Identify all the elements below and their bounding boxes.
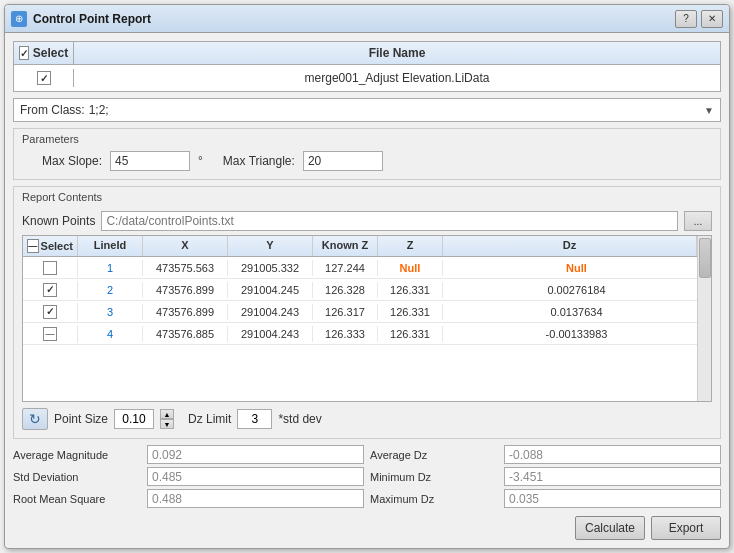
table-row: 4 473576.885 291004.243 126.333 126.331 … xyxy=(23,323,711,345)
col-header-z: Z xyxy=(378,236,443,256)
row3-dz: 0.0137634 xyxy=(443,304,711,320)
scrollbar[interactable] xyxy=(697,236,711,401)
params-row: Max Slope: ° Max Triangle: xyxy=(22,149,712,173)
row4-y: 291004.243 xyxy=(228,326,313,342)
min-dz-label: Minimum Dz xyxy=(370,471,500,483)
table-row: 1 473575.563 291005.332 127.244 Null Nul… xyxy=(23,257,711,279)
file-table: Select File Name merge001_Adjust Elevati… xyxy=(13,41,721,92)
select-all-checkbox[interactable] xyxy=(19,46,29,60)
table-row: 2 473576.899 291004.245 126.328 126.331 … xyxy=(23,279,711,301)
spinner-up[interactable]: ▲ xyxy=(160,409,174,419)
std-deviation-input xyxy=(147,467,364,486)
avg-magnitude-row: Average Magnitude xyxy=(13,445,364,464)
file-name-cell: merge001_Adjust Elevation.LiData xyxy=(74,69,720,87)
row3-x: 473576.899 xyxy=(143,304,228,320)
row4-z: 126.331 xyxy=(378,326,443,342)
avg-dz-label: Average Dz xyxy=(370,449,500,461)
col-filename-label: File Name xyxy=(74,42,720,64)
avg-magnitude-input xyxy=(147,445,364,464)
max-triangle-label: Max Triangle: xyxy=(223,154,295,168)
max-slope-unit: ° xyxy=(198,154,203,168)
from-class-dropdown-arrow[interactable]: ▼ xyxy=(704,105,714,116)
bottom-controls: ↻ Point Size ▲ ▼ Dz Limit *std dev xyxy=(22,406,712,432)
row1-lineid: 1 xyxy=(78,260,143,276)
row2-x: 473576.899 xyxy=(143,282,228,298)
max-triangle-input[interactable] xyxy=(303,151,383,171)
main-window: ⊕ Control Point Report ? ✕ Select File N… xyxy=(4,4,730,549)
max-dz-input xyxy=(504,489,721,508)
dz-limit-label: Dz Limit xyxy=(188,412,231,426)
row1-z: Null xyxy=(378,260,443,276)
col-header-select: Select xyxy=(23,236,78,256)
point-size-spinner[interactable]: ▲ ▼ xyxy=(160,409,174,429)
dz-limit-input[interactable] xyxy=(237,409,272,429)
std-dev-label: *std dev xyxy=(278,412,321,426)
row4-select[interactable] xyxy=(23,325,78,343)
min-dz-input xyxy=(504,467,721,486)
col-header-x: X xyxy=(143,236,228,256)
rms-row: Root Mean Square xyxy=(13,489,364,508)
row2-lineid: 2 xyxy=(78,282,143,298)
row2-select[interactable] xyxy=(23,281,78,299)
app-icon: ⊕ xyxy=(11,11,27,27)
parameters-title: Parameters xyxy=(22,133,712,145)
stats-col-right: Average Dz Minimum Dz Maximum Dz xyxy=(370,445,721,508)
point-size-label: Point Size xyxy=(54,412,108,426)
statistics-section: Average Magnitude Std Deviation Root Mea… xyxy=(13,445,721,508)
point-size-input[interactable] xyxy=(114,409,154,429)
col-header-y: Y xyxy=(228,236,313,256)
scrollbar-thumb[interactable] xyxy=(699,238,711,278)
close-button[interactable]: ✕ xyxy=(701,10,723,28)
row1-knownz: 127.244 xyxy=(313,260,378,276)
from-class-label: From Class: xyxy=(20,103,85,117)
col-header-lineid: LineId xyxy=(78,236,143,256)
known-points-label: Known Points xyxy=(22,214,95,228)
row4-lineid: 4 xyxy=(78,326,143,342)
col-header-dz: Dz xyxy=(443,236,697,256)
row2-knownz: 126.328 xyxy=(313,282,378,298)
titlebar: ⊕ Control Point Report ? ✕ xyxy=(5,5,729,33)
row3-y: 291004.243 xyxy=(228,304,313,320)
help-button[interactable]: ? xyxy=(675,10,697,28)
known-points-row: Known Points ... xyxy=(22,211,712,231)
parameters-group: Parameters Max Slope: ° Max Triangle: xyxy=(13,128,721,180)
calculate-button[interactable]: Calculate xyxy=(575,516,645,540)
report-contents-title: Report Contents xyxy=(22,191,712,203)
row3-select[interactable] xyxy=(23,303,78,321)
table-row: 3 473576.899 291004.243 126.317 126.331 … xyxy=(23,301,711,323)
max-slope-input[interactable] xyxy=(110,151,190,171)
content-area: Select File Name merge001_Adjust Elevati… xyxy=(5,33,729,548)
refresh-icon: ↻ xyxy=(29,411,41,427)
std-dev-row: Std Deviation xyxy=(13,467,364,486)
col-select-label: Select xyxy=(33,46,68,60)
browse-button[interactable]: ... xyxy=(684,211,712,231)
row4-knownz: 126.333 xyxy=(313,326,378,342)
export-button[interactable]: Export xyxy=(651,516,721,540)
row4-dz: -0.00133983 xyxy=(443,326,711,342)
col-header-knownz: Known Z xyxy=(313,236,378,256)
row3-lineid: 3 xyxy=(78,304,143,320)
rms-label: Root Mean Square xyxy=(13,493,143,505)
row1-dz: Null xyxy=(443,260,711,276)
avg-magnitude-label: Average Magnitude xyxy=(13,449,143,461)
stats-col-left: Average Magnitude Std Deviation Root Mea… xyxy=(13,445,364,508)
row3-z: 126.331 xyxy=(378,304,443,320)
rms-input xyxy=(147,489,364,508)
row2-z: 126.331 xyxy=(378,282,443,298)
row2-y: 291004.245 xyxy=(228,282,313,298)
spinner-down[interactable]: ▼ xyxy=(160,419,174,429)
std-deviation-label: Std Deviation xyxy=(13,471,143,483)
titlebar-buttons: ? ✕ xyxy=(675,10,723,28)
titlebar-left: ⊕ Control Point Report xyxy=(11,11,151,27)
row1-select[interactable] xyxy=(23,259,78,277)
row3-knownz: 126.317 xyxy=(313,304,378,320)
avg-dz-row: Average Dz xyxy=(370,445,721,464)
file-table-row: merge001_Adjust Elevation.LiData xyxy=(14,65,720,91)
known-points-input[interactable] xyxy=(101,211,678,231)
table-select-all[interactable] xyxy=(27,239,39,253)
data-table-header: Select LineId X Y Known Z Z Dz xyxy=(23,236,711,257)
row1-y: 291005.332 xyxy=(228,260,313,276)
file-row-checkbox[interactable] xyxy=(37,71,51,85)
refresh-button[interactable]: ↻ xyxy=(22,408,48,430)
min-dz-row: Minimum Dz xyxy=(370,467,721,486)
